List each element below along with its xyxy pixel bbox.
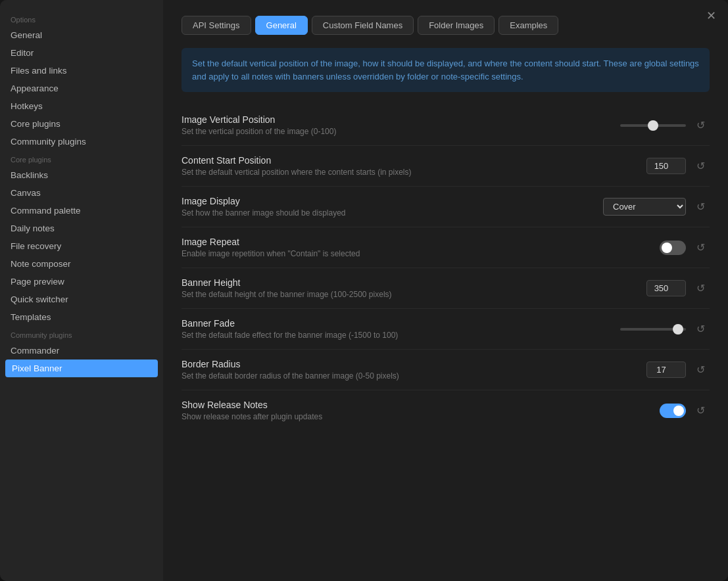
sidebar-item-hotkeys[interactable]: Hotkeys	[0, 97, 163, 115]
slider-container-fade	[620, 328, 686, 331]
tab-general[interactable]: General	[255, 16, 308, 35]
reset-border-radius[interactable]: ↺	[691, 361, 710, 379]
sidebar-item-community-plugins[interactable]: Community plugins	[0, 133, 163, 151]
setting-desc-banner-fade: Set the default fade effect for the bann…	[182, 331, 607, 340]
sidebar-item-file-recovery[interactable]: File recovery	[0, 237, 163, 255]
setting-title-banner-height: Banner Height	[182, 277, 633, 288]
setting-row-image-display: Image Display Set how the banner image s…	[182, 187, 710, 227]
info-text: Set the default vertical position of the…	[192, 58, 699, 81]
sidebar-item-backlinks[interactable]: Backlinks	[0, 166, 163, 184]
setting-control-image-vertical-position: ↺	[620, 116, 710, 135]
tab-api-settings[interactable]: API Settings	[182, 16, 251, 35]
sidebar-item-note-composer[interactable]: Note composer	[0, 255, 163, 273]
sidebar-item-templates[interactable]: Templates	[0, 308, 163, 326]
image-repeat-toggle[interactable]	[660, 241, 686, 255]
setting-info-banner-height: Banner Height Set the default height of …	[182, 277, 646, 299]
sidebar-item-appearance[interactable]: Appearance	[0, 80, 163, 97]
main-content: API Settings General Custom Field Names …	[163, 0, 728, 581]
setting-info-border-radius: Border Radius Set the default border rad…	[182, 359, 646, 381]
sidebar-item-canvas[interactable]: Canvas	[0, 184, 163, 202]
setting-row-banner-fade: Banner Fade Set the default fade effect …	[182, 309, 710, 350]
setting-info-banner-fade: Banner Fade Set the default fade effect …	[182, 318, 620, 340]
setting-title-image-repeat: Image Repeat	[182, 237, 646, 247]
sidebar-item-pixel-banner[interactable]: Pixel Banner	[5, 360, 158, 377]
content-start-position-input[interactable]	[646, 158, 686, 174]
setting-info-image-vertical-position: Image Vertical Position Set the vertical…	[182, 114, 620, 136]
sidebar-item-core-plugins[interactable]: Core plugins	[0, 115, 163, 133]
image-display-select[interactable]: Cover Contain Fill Scale Down None	[603, 198, 686, 216]
setting-info-content-start-position: Content Start Position Set the default v…	[182, 155, 646, 177]
reset-show-release-notes[interactable]: ↺	[691, 402, 710, 420]
border-radius-input[interactable]	[646, 361, 686, 378]
setting-row-image-repeat: Image Repeat Enable image repetition whe…	[182, 227, 710, 268]
sidebar-section-community: Community plugins	[0, 326, 163, 342]
setting-desc-show-release-notes: Show release notes after plugin updates	[182, 412, 646, 421]
sidebar-item-commander[interactable]: Commander	[0, 342, 163, 360]
setting-control-content-start-position: ↺	[646, 157, 710, 175]
reset-image-display[interactable]: ↺	[691, 198, 710, 216]
settings-list: Image Vertical Position Set the vertical…	[182, 105, 710, 430]
setting-control-show-release-notes: ↺	[660, 402, 710, 420]
sidebar-item-general[interactable]: General	[0, 26, 163, 44]
setting-title-show-release-notes: Show Release Notes	[182, 400, 646, 410]
setting-info-show-release-notes: Show Release Notes Show release notes af…	[182, 400, 660, 421]
image-vertical-position-slider[interactable]	[620, 124, 686, 127]
sidebar-item-files-and-links[interactable]: Files and links	[0, 62, 163, 80]
setting-desc-banner-height: Set the default height of the banner ima…	[182, 290, 633, 299]
reset-banner-height[interactable]: ↺	[691, 279, 710, 298]
setting-desc-image-repeat: Enable image repetition when "Contain" i…	[182, 249, 646, 258]
setting-title-image-vertical-position: Image Vertical Position	[182, 114, 607, 125]
setting-row-border-radius: Border Radius Set the default border rad…	[182, 350, 710, 390]
sidebar-item-command-palette[interactable]: Command palette	[0, 202, 163, 220]
setting-info-image-repeat: Image Repeat Enable image repetition whe…	[182, 237, 660, 258]
setting-desc-image-display: Set how the banner image should be displ…	[182, 208, 590, 218]
setting-control-banner-fade: ↺	[620, 320, 710, 338]
reset-image-repeat[interactable]: ↺	[691, 239, 710, 257]
setting-desc-border-radius: Set the default border radius of the ban…	[182, 371, 633, 381]
sidebar-item-page-preview[interactable]: Page preview	[0, 273, 163, 290]
setting-control-image-display: Cover Contain Fill Scale Down None ↺	[603, 198, 710, 216]
setting-desc-content-start-position: Set the default vertical position where …	[182, 168, 633, 177]
reset-content-start-position[interactable]: ↺	[691, 157, 710, 175]
sidebar-item-daily-notes[interactable]: Daily notes	[0, 220, 163, 237]
reset-image-vertical-position[interactable]: ↺	[691, 116, 710, 135]
sidebar-section-options: Options	[0, 11, 163, 26]
sidebar: Options General Editor Files and links A…	[0, 0, 163, 581]
banner-fade-slider[interactable]	[620, 328, 686, 331]
slider-container-vertical	[620, 124, 686, 127]
show-release-notes-toggle-slider	[660, 404, 686, 418]
setting-row-image-vertical-position: Image Vertical Position Set the vertical…	[182, 105, 710, 146]
tab-examples[interactable]: Examples	[498, 16, 558, 35]
setting-control-border-radius: ↺	[646, 361, 710, 379]
info-box: Set the default vertical position of the…	[182, 48, 710, 92]
tab-bar: API Settings General Custom Field Names …	[182, 16, 710, 35]
setting-title-content-start-position: Content Start Position	[182, 155, 633, 166]
sidebar-section-core: Core plugins	[0, 151, 163, 166]
setting-title-border-radius: Border Radius	[182, 359, 633, 369]
banner-height-input[interactable]	[646, 280, 686, 296]
sidebar-item-editor[interactable]: Editor	[0, 44, 163, 62]
setting-title-banner-fade: Banner Fade	[182, 318, 607, 329]
sidebar-item-quick-switcher[interactable]: Quick switcher	[0, 290, 163, 308]
tab-folder-images[interactable]: Folder Images	[418, 16, 495, 35]
tab-custom-field-names[interactable]: Custom Field Names	[312, 16, 414, 35]
setting-row-show-release-notes: Show Release Notes Show release notes af…	[182, 390, 710, 430]
settings-modal: ✕ Options General Editor Files and links…	[0, 0, 728, 581]
close-button[interactable]: ✕	[703, 8, 719, 24]
setting-title-image-display: Image Display	[182, 196, 590, 206]
setting-control-image-repeat: ↺	[660, 239, 710, 257]
setting-row-banner-height: Banner Height Set the default height of …	[182, 268, 710, 309]
show-release-notes-toggle[interactable]	[660, 404, 686, 418]
setting-desc-image-vertical-position: Set the vertical position of the image (…	[182, 127, 607, 136]
setting-control-banner-height: ↺	[646, 279, 710, 298]
reset-banner-fade[interactable]: ↺	[691, 320, 710, 338]
image-repeat-toggle-slider	[660, 241, 686, 255]
setting-info-image-display: Image Display Set how the banner image s…	[182, 196, 603, 218]
setting-row-content-start-position: Content Start Position Set the default v…	[182, 146, 710, 187]
